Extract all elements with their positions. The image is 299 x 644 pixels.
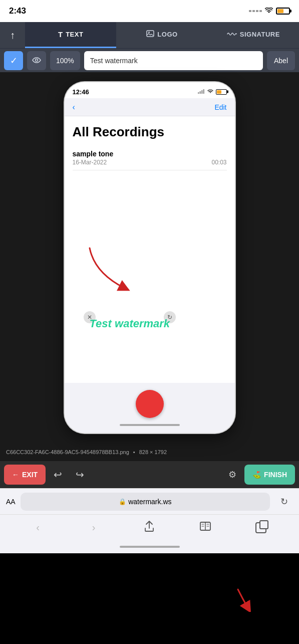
lock-icon: 🔒	[119, 498, 126, 505]
svg-rect-5	[201, 90, 203, 94]
refresh-button[interactable]: ↻	[275, 493, 293, 511]
tab-text[interactable]: T TEXT	[25, 22, 116, 48]
undo-button[interactable]: ↩	[48, 465, 68, 485]
recording-date: 16-Mar-2022	[73, 159, 107, 166]
back-arrow-icon: ↑	[10, 30, 15, 41]
finish-arrow-indicator	[233, 587, 253, 614]
phone-bottom-bar	[65, 383, 235, 433]
recording-name: sample tone	[73, 150, 227, 158]
bookmarks-button[interactable]	[194, 517, 216, 539]
eye-icon	[32, 56, 41, 65]
browser-back-button[interactable]: ‹	[27, 517, 49, 539]
finish-label: FINISH	[264, 471, 287, 479]
recording-duration: 00:03	[211, 159, 226, 166]
battery-icon	[276, 8, 290, 15]
watermark-overlay[interactable]: ✕ ↻ Test watermark	[90, 317, 170, 330]
exit-arrow-icon: ←	[12, 471, 19, 479]
redo-icon: ↪	[76, 469, 84, 481]
exit-label: EXIT	[22, 471, 38, 479]
tab-signature[interactable]: SIGNATURE	[208, 22, 299, 48]
bottom-status-bar: C66CC302-FA6C-4886-9AC5-94548978BB13.png…	[0, 443, 299, 461]
tab-logo[interactable]: LOGO	[116, 22, 207, 48]
record-button[interactable]	[136, 390, 164, 418]
status-bar: 2:43	[0, 0, 299, 22]
url-bar[interactable]: 🔒 watermark.ws	[21, 493, 270, 511]
watermark-text-value: Test watermark	[90, 57, 138, 65]
phone-wifi-icon	[207, 89, 214, 95]
home-indicator	[120, 424, 180, 426]
dimensions-text: 828 × 1792	[139, 449, 167, 455]
svg-point-1	[148, 32, 150, 33]
refresh-icon: ↻	[280, 496, 288, 507]
signal-icon	[249, 10, 262, 12]
opacity-value: 100%	[56, 57, 74, 65]
signature-tab-icon	[227, 31, 237, 39]
browser-forward-button[interactable]: ›	[83, 517, 105, 539]
phone-edit-button[interactable]: Edit	[214, 103, 226, 111]
recording-meta: 16-Mar-2022 00:03	[73, 159, 227, 166]
phone-battery-icon	[216, 89, 227, 95]
svg-rect-4	[199, 91, 201, 94]
phone-status-icons	[198, 89, 227, 95]
phone-time: 12:46	[73, 88, 89, 96]
confirm-button[interactable]: ✓	[4, 51, 23, 70]
redo-button[interactable]: ↪	[70, 465, 90, 485]
watermark-text: Test watermark	[90, 317, 170, 330]
svg-rect-3	[198, 92, 199, 94]
home-bar-bottom	[0, 540, 299, 553]
phone-content: All Recordings sample tone 16-Mar-2022 0…	[65, 116, 235, 383]
tabs-button[interactable]	[250, 517, 272, 539]
url-text: watermark.ws	[128, 498, 171, 506]
visibility-toggle[interactable]	[27, 51, 46, 70]
browser-nav: ‹ ›	[0, 514, 299, 540]
status-icons	[249, 7, 290, 15]
share-icon	[144, 521, 154, 534]
arrow-indicator	[80, 243, 145, 300]
home-bar-line	[120, 546, 180, 548]
svg-point-2	[36, 59, 38, 61]
exit-button[interactable]: ← EXIT	[4, 465, 46, 485]
phone-nav-bar: ‹ Edit	[65, 98, 235, 116]
flag-icon: ⛳	[252, 471, 261, 479]
phone-page-title: All Recordings	[73, 124, 227, 140]
finish-button[interactable]: ⛳ FINISH	[244, 465, 295, 485]
phone-back-chevron: ‹	[73, 103, 75, 112]
signature-tab-label: SIGNATURE	[240, 31, 280, 38]
recording-item[interactable]: sample tone 16-Mar-2022 00:03	[73, 146, 227, 170]
svg-rect-0	[147, 31, 154, 37]
check-icon: ✓	[10, 55, 18, 66]
undo-icon: ↩	[54, 469, 62, 481]
chevron-right-icon: ›	[92, 522, 96, 533]
separator: •	[133, 449, 135, 455]
share-button[interactable]	[138, 517, 160, 539]
phone-back-button[interactable]: ‹	[73, 103, 75, 112]
opacity-control[interactable]: 100%	[50, 51, 80, 70]
logo-tab-label: LOGO	[157, 31, 177, 38]
logo-tab-icon	[146, 30, 154, 39]
settings-button[interactable]: ⚙	[222, 465, 242, 485]
watermark-text-input[interactable]: Test watermark	[84, 51, 263, 70]
preset-value: Abel	[274, 57, 288, 65]
gear-icon: ⚙	[228, 469, 236, 480]
text-tab-label: TEXT	[66, 31, 83, 38]
filename-text: C66CC302-FA6C-4886-9AC5-94548978BB13.png	[6, 449, 129, 455]
font-size-button[interactable]: AA	[6, 498, 16, 506]
back-button[interactable]: ↑	[0, 22, 25, 48]
canvas-area: 12:46	[0, 72, 299, 443]
chevron-left-icon: ‹	[36, 522, 40, 533]
top-toolbar: ↑ T TEXT LOGO SIGNATURE	[0, 22, 299, 48]
phone-status-bar: 12:46	[65, 82, 235, 98]
preset-button[interactable]: Abel	[267, 51, 295, 70]
tabs-icon	[250, 517, 272, 539]
book-icon	[200, 521, 211, 534]
status-time: 2:43	[9, 6, 26, 16]
text-tab-icon: T	[58, 30, 63, 39]
svg-rect-6	[203, 89, 204, 94]
second-toolbar: ✓ 100% Test watermark Abel	[0, 48, 299, 72]
action-toolbar: ← EXIT ↩ ↪ ⚙ ⛳ FINISH	[0, 461, 299, 488]
wifi-icon	[265, 7, 273, 15]
browser-address-bar: AA 🔒 watermark.ws ↻	[0, 488, 299, 514]
phone-signal-icon	[198, 89, 205, 95]
phone-mockup: 12:46	[65, 82, 235, 433]
